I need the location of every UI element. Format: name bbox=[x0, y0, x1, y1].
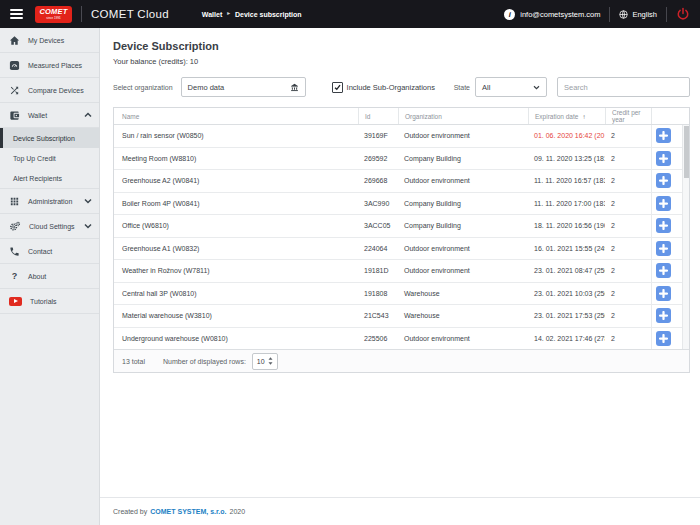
cell-organization: Outdoor environment bbox=[398, 260, 528, 282]
cell-expiration-date: 23. 01. 2021 10:03 (256 days) bbox=[528, 283, 605, 305]
column-header-id[interactable]: Id bbox=[358, 108, 398, 124]
sidebar-item-tutorials[interactable]: Tutorials bbox=[0, 289, 99, 314]
email-text: info@cometsystem.com bbox=[520, 10, 600, 19]
organization-select[interactable]: Demo data bbox=[181, 77, 306, 97]
include-suborg-checkbox[interactable] bbox=[332, 82, 343, 93]
state-value: All bbox=[482, 83, 490, 92]
add-subscription-button[interactable] bbox=[656, 308, 671, 323]
cell-expiration-date: 01. 06. 2020 16:42 (20 days) bbox=[528, 125, 605, 147]
search-input[interactable] bbox=[557, 77, 690, 97]
column-header-expiration[interactable]: Expiration date ↑ bbox=[528, 108, 605, 124]
breadcrumb-section[interactable]: Wallet bbox=[202, 11, 222, 18]
plus-icon bbox=[659, 289, 668, 298]
scrollbar-thumb[interactable] bbox=[684, 126, 689, 178]
table-row: Office (W6810) 3ACC05 Company Building 1… bbox=[114, 215, 689, 238]
info-icon: i bbox=[504, 9, 515, 20]
plus-icon bbox=[659, 199, 668, 208]
plus-icon bbox=[659, 131, 668, 140]
sidebar-item-about[interactable]: ? About bbox=[0, 264, 99, 289]
column-header-actions bbox=[651, 108, 689, 124]
cell-organization: Company Building bbox=[398, 148, 528, 170]
question-icon: ? bbox=[9, 271, 20, 281]
sidebar-item-label: About bbox=[28, 273, 46, 280]
sidebar-item-administration[interactable]: Administration bbox=[0, 189, 99, 214]
gauge-icon bbox=[9, 60, 20, 71]
select-arrows-icon bbox=[268, 357, 273, 365]
sidebar-subitem-label: Top Up Credit bbox=[13, 155, 56, 162]
sidebar-item-alert-recipients[interactable]: Alert Recipients bbox=[0, 168, 99, 188]
column-header-organization[interactable]: Organization bbox=[398, 108, 528, 124]
app-title: COMET Cloud bbox=[91, 8, 169, 20]
sidebar-item-wallet[interactable]: Wallet bbox=[0, 103, 99, 128]
sidebar-item-device-subscription[interactable]: Device Subscription bbox=[0, 128, 99, 148]
cell-name: Greenhouse A1 (W0832) bbox=[114, 238, 358, 260]
footer-created-by: Created by bbox=[113, 508, 147, 515]
phone-icon bbox=[9, 246, 20, 257]
add-subscription-button[interactable] bbox=[656, 331, 671, 346]
cell-id: 3ACC05 bbox=[358, 215, 398, 237]
cell-id: 21C543 bbox=[358, 305, 398, 327]
cell-expiration-date: 11. 11. 2020 16:57 (183 days) bbox=[528, 170, 605, 192]
cell-credit-per-year: 2 bbox=[605, 305, 651, 327]
sidebar-item-my-devices[interactable]: My Devices bbox=[0, 28, 99, 53]
breadcrumb-page: Device subscription bbox=[235, 11, 302, 18]
logo-text: COMET bbox=[39, 8, 67, 16]
add-subscription-button[interactable] bbox=[656, 286, 671, 301]
sidebar-item-cloud-settings[interactable]: Cloud Settings bbox=[0, 214, 99, 239]
cell-organization: Warehouse bbox=[398, 283, 528, 305]
subscription-table: Name Id Organization Expiration date ↑ C… bbox=[113, 107, 690, 373]
menu-icon[interactable] bbox=[10, 7, 23, 21]
home-icon bbox=[9, 35, 20, 46]
add-subscription-button[interactable] bbox=[656, 241, 671, 256]
add-subscription-button[interactable] bbox=[656, 173, 671, 188]
plus-icon bbox=[659, 311, 668, 320]
sidebar-item-compare-devices[interactable]: Compare Devices bbox=[0, 78, 99, 103]
logo-subtext: since 1991 bbox=[46, 17, 61, 20]
chevron-down-icon bbox=[84, 198, 92, 204]
cell-id: 19181D bbox=[358, 260, 398, 282]
sidebar-item-label: Compare Devices bbox=[28, 87, 84, 94]
cell-credit-per-year: 2 bbox=[605, 170, 651, 192]
org-label: Select organization bbox=[113, 84, 173, 91]
language-selector[interactable]: English bbox=[619, 10, 657, 19]
sidebar-item-top-up-credit[interactable]: Top Up Credit bbox=[0, 148, 99, 168]
language-label: English bbox=[632, 10, 657, 19]
balance: Your balance (credits): 10 bbox=[113, 57, 690, 66]
table-row: Material warehouse (W3810) 21C543 Wareho… bbox=[114, 305, 689, 328]
table-header: Name Id Organization Expiration date ↑ C… bbox=[114, 108, 689, 125]
cell-expiration-date: 11. 11. 2020 17:00 (183 days) bbox=[528, 193, 605, 215]
add-subscription-button[interactable] bbox=[656, 151, 671, 166]
wallet-submenu: Device Subscription Top Up Credit Alert … bbox=[0, 128, 99, 189]
sidebar-item-label: Measured Places bbox=[28, 62, 82, 69]
contact-email[interactable]: i info@cometsystem.com bbox=[504, 9, 600, 20]
plus-icon bbox=[659, 176, 668, 185]
add-subscription-button[interactable] bbox=[656, 218, 671, 233]
table-scrollbar[interactable] bbox=[682, 125, 689, 349]
comet-logo[interactable]: COMET since 1991 bbox=[35, 6, 72, 23]
table-row: Weather in Rožnov (W7811) 19181D Outdoor… bbox=[114, 260, 689, 283]
rows-per-page-select[interactable]: 10 bbox=[252, 353, 278, 370]
cell-organization: Company Building bbox=[398, 215, 528, 237]
company-link[interactable]: COMET SYSTEM, s.r.o. bbox=[150, 508, 226, 515]
power-logout-icon[interactable] bbox=[676, 7, 690, 21]
youtube-icon bbox=[9, 297, 22, 306]
column-header-credit[interactable]: Credit per year bbox=[605, 108, 651, 124]
sidebar-subitem-label: Alert Recipients bbox=[13, 175, 62, 182]
add-subscription-button[interactable] bbox=[656, 128, 671, 143]
breadcrumb: Wallet ▸ Device subscription bbox=[202, 11, 302, 18]
include-suborg-option: Include Sub-Organizations bbox=[332, 82, 435, 93]
cell-name: Meeting Room (W8810) bbox=[114, 148, 358, 170]
column-header-name[interactable]: Name bbox=[114, 108, 358, 124]
sidebar-item-contact[interactable]: Contact bbox=[0, 239, 99, 264]
cell-name: Boiler Room 4P (W0841) bbox=[114, 193, 358, 215]
page-footer: Created by COMET SYSTEM, s.r.o. 2020 bbox=[100, 497, 700, 525]
add-subscription-button[interactable] bbox=[656, 196, 671, 211]
table-footer: 13 total Number of displayed rows: 10 bbox=[114, 349, 689, 372]
cell-credit-per-year: 2 bbox=[605, 215, 651, 237]
sidebar-item-label: Tutorials bbox=[30, 298, 57, 305]
sidebar-item-measured-places[interactable]: Measured Places bbox=[0, 53, 99, 78]
top-header: COMET since 1991 COMET Cloud Wallet ▸ De… bbox=[0, 0, 700, 28]
state-select[interactable]: All bbox=[475, 77, 547, 97]
add-subscription-button[interactable] bbox=[656, 263, 671, 278]
plus-icon bbox=[659, 266, 668, 275]
